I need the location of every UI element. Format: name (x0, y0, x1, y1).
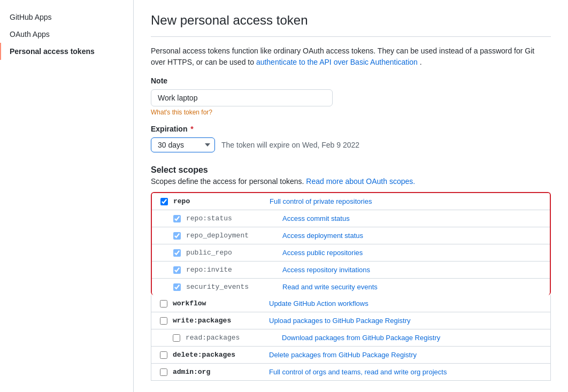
scope-checkbox-repo[interactable] (160, 198, 168, 205)
scope-desc-public-repo: Access public repositories (282, 249, 541, 257)
packages-block: write:packages Upload packages to GitHub… (151, 312, 551, 347)
scope-checkbox-admin-org[interactable] (160, 368, 167, 376)
scope-row-security-events: security_events Read and write security … (152, 278, 550, 295)
note-label: Note (151, 76, 551, 85)
scope-checkbox-security-events[interactable] (173, 283, 181, 291)
sidebar-item-personal-access-tokens[interactable]: Personal access tokens (0, 43, 133, 60)
admin-org-block: admin:org Full control of orgs and teams… (151, 364, 551, 381)
scope-checkbox-repo-invite[interactable] (173, 266, 181, 274)
description-text-2: . (420, 58, 422, 66)
scope-desc-read-packages: Download packages from GitHub Package Re… (282, 334, 542, 342)
scope-row-repo-invite: repo:invite Access repository invitation… (152, 261, 550, 278)
scope-row-delete-packages: delete:packages Delete packages from Git… (151, 347, 550, 363)
scope-name-repo-invite: repo:invite (186, 266, 282, 274)
note-group: Note What's this token for? (151, 76, 551, 116)
scopes-desc: Scopes define the access for personal to… (151, 177, 551, 186)
scope-desc-security-events: Read and write security events (282, 283, 541, 291)
scope-name-write-packages: write:packages (173, 317, 269, 325)
scope-checkbox-read-packages[interactable] (173, 334, 180, 342)
scopes-group: Select scopes Scopes define the access f… (151, 165, 551, 381)
scope-checkbox-write-packages[interactable] (160, 317, 167, 325)
delete-packages-block: delete:packages Delete packages from Git… (151, 347, 551, 364)
scopes-title: Select scopes (151, 165, 551, 175)
scope-row-repo-deployment: repo_deployment Access deployment status (152, 227, 550, 244)
sidebar-item-oauth-apps[interactable]: OAuth Apps (0, 26, 133, 43)
scope-row-repo: repo Full control of private repositorie… (152, 193, 550, 210)
expiration-group: Expiration * 30 days 60 days 90 days Cus… (151, 125, 551, 152)
scope-row-write-packages: write:packages Upload packages to GitHub… (151, 312, 550, 329)
scope-checkbox-repo-status[interactable] (173, 215, 181, 222)
scope-desc-repo-status: Access commit status (282, 214, 541, 222)
main-content: New personal access token Personal acces… (134, 0, 568, 392)
scope-row-repo-status: repo:status Access commit status (152, 210, 550, 227)
note-input[interactable] (151, 89, 333, 106)
scope-name-repo: repo (173, 197, 270, 205)
scope-name-public-repo: public_repo (186, 249, 282, 257)
scope-name-admin-org: admin:org (173, 368, 269, 376)
scopes-desc-text: Scopes define the access for personal to… (151, 177, 306, 186)
scope-desc-delete-packages: Delete packages from GitHub Package Regi… (269, 351, 542, 359)
page-title: New personal access token (151, 13, 551, 37)
scope-name-workflow: workflow (173, 299, 269, 308)
expiration-row: 30 days 60 days 90 days Custom The token… (151, 137, 551, 152)
scope-name-security-events: security_events (186, 283, 282, 291)
description: Personal access tokens function like ord… (151, 45, 551, 68)
scope-checkbox-delete-packages[interactable] (160, 351, 167, 359)
scope-name-repo-deployment: repo_deployment (186, 232, 282, 240)
description-link[interactable]: authenticate to the API over Basic Authe… (256, 58, 418, 66)
scope-checkbox-repo-deployment[interactable] (173, 232, 181, 240)
required-star: * (188, 125, 193, 133)
scope-row-read-packages: read:packages Download packages from Git… (151, 329, 550, 346)
scope-desc-repo-deployment: Access deployment status (282, 232, 541, 240)
scope-checkbox-public-repo[interactable] (173, 249, 181, 257)
scope-name-delete-packages: delete:packages (173, 351, 269, 359)
workflow-block: workflow Update GitHub Action workflows (151, 295, 551, 312)
scope-row-admin-org: admin:org Full control of orgs and teams… (151, 364, 550, 380)
scope-desc-workflow: Update GitHub Action workflows (269, 299, 542, 308)
scope-name-repo-status: repo:status (186, 214, 282, 222)
expiration-label: Expiration * (151, 125, 551, 133)
expiry-text: The token will expire on Wed, Feb 9 2022 (221, 141, 359, 149)
scope-desc-repo-invite: Access repository invitations (282, 266, 541, 274)
scopes-container: repo Full control of private repositorie… (151, 192, 551, 381)
repo-group: repo Full control of private repositorie… (151, 192, 551, 295)
scope-desc-repo: Full control of private repositories (270, 197, 541, 205)
scopes-link[interactable]: Read more about OAuth scopes. (306, 177, 415, 186)
sidebar-item-github-apps[interactable]: GitHub Apps (0, 9, 133, 26)
expiration-select[interactable]: 30 days 60 days 90 days Custom (151, 137, 215, 152)
scope-checkbox-workflow[interactable] (160, 300, 167, 308)
scope-desc-write-packages: Upload packages to GitHub Package Regist… (269, 317, 542, 325)
scope-name-read-packages: read:packages (186, 334, 282, 342)
note-hint[interactable]: What's this token for? (151, 109, 551, 116)
scope-row-public-repo: public_repo Access public repositories (152, 244, 550, 261)
scope-row-workflow: workflow Update GitHub Action workflows (151, 295, 550, 312)
sidebar: GitHub Apps OAuth Apps Personal access t… (0, 0, 134, 392)
scope-desc-admin-org: Full control of orgs and teams, read and… (269, 368, 542, 376)
